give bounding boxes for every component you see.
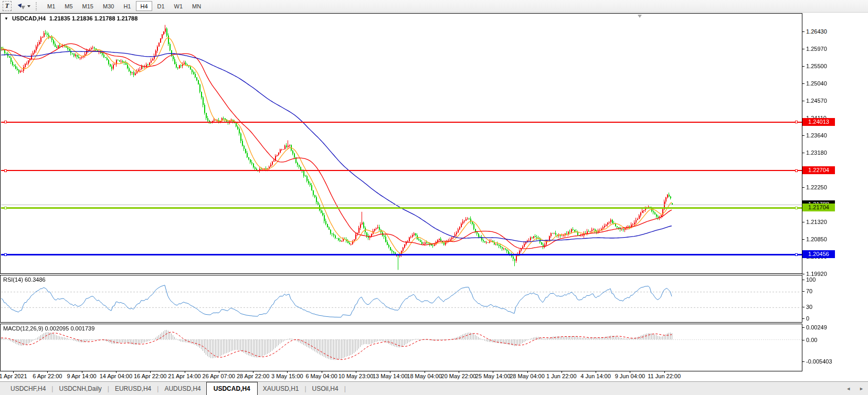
tab-xauusd-h1[interactable]: XAUUSD,H1 <box>258 382 304 395</box>
time-axis-label: 28 Apr 22:00 <box>237 373 269 379</box>
time-axis-tick <box>527 371 528 373</box>
price-chart-pane[interactable]: ▼ USDCAD,H4 1.21835 1.21836 1.21788 1.21… <box>0 13 802 274</box>
timeframe-button-m1[interactable]: M1 <box>43 1 59 11</box>
rsi-axis-label: 100 <box>806 276 816 283</box>
macd-canvas[interactable] <box>1 325 802 371</box>
time-axis-tick <box>322 371 322 373</box>
tab-eurusd-h4[interactable]: EURUSD,H4 <box>110 382 156 395</box>
timeframe-button-d1[interactable]: D1 <box>153 1 169 11</box>
price-chart-canvas[interactable] <box>1 14 802 274</box>
rsi-canvas[interactable] <box>1 276 802 323</box>
rsi-axis-tick <box>802 291 805 292</box>
rsi-axis-tick <box>802 318 805 319</box>
text-tool-button[interactable]: T <box>3 1 12 11</box>
macd-indicator-pane[interactable]: MACD(12,26,9) 0.002095 0.001739 <box>0 324 802 371</box>
chart-shift-marker[interactable] <box>638 15 642 18</box>
time-axis-tick <box>356 371 356 373</box>
arrows-tool-button[interactable] <box>16 1 31 11</box>
time-axis-label: 20 May 22:00 <box>441 373 477 379</box>
price-tag-1-22704: 1.22704 <box>802 166 835 174</box>
tab-usoil-h4[interactable]: USOil,H4 <box>307 382 344 395</box>
line-anchor-handle[interactable] <box>4 169 7 172</box>
price-axis-label: 1.21320 <box>806 219 827 225</box>
rsi-axis-tick <box>802 280 805 280</box>
macd-axis-label: 0.00 <box>806 337 817 343</box>
price-axis-label: 1.25040 <box>806 80 827 87</box>
line-anchor-handle[interactable] <box>795 121 798 123</box>
chart-title: ▼ USDCAD,H4 1.21835 1.21836 1.21788 1.21… <box>4 15 137 22</box>
time-axis-label: 25 May 14:00 <box>475 373 511 379</box>
time-axis-label: 6 Apr 22:00 <box>33 373 62 379</box>
price-axis-tick <box>802 83 805 84</box>
price-axis-tick <box>802 66 805 67</box>
timeframe-button-m30[interactable]: M30 <box>99 1 118 11</box>
timeframe-button-h1[interactable]: H1 <box>119 1 135 11</box>
rsi-indicator-pane[interactable]: RSI(14) 60.3486 <box>0 275 802 323</box>
time-axis-tick <box>459 371 459 373</box>
time-axis-label: 26 Apr 07:00 <box>203 373 235 379</box>
rsi-label: RSI(14) 60.3486 <box>3 276 46 283</box>
toolbar-grip <box>36 2 38 10</box>
timeframe-button-m5[interactable]: M5 <box>60 1 77 11</box>
time-axis-label: 21 Apr 14:00 <box>168 373 200 379</box>
time-axis-tick <box>425 371 425 373</box>
time-axis-tick <box>47 371 48 373</box>
line-anchor-handle[interactable] <box>795 253 798 256</box>
time-axis-label: 13 May 14:00 <box>373 373 408 379</box>
price-axis-tick <box>802 101 805 101</box>
tab-scroll-right-icon[interactable]: ► <box>859 386 864 391</box>
time-axis-tick <box>493 371 493 373</box>
time-axis-tick <box>82 371 82 373</box>
time-axis-label: 14 Apr 04:00 <box>100 373 132 379</box>
time-axis-tick <box>562 371 562 373</box>
line-anchor-handle[interactable] <box>795 207 798 209</box>
time-axis-label: 4 Jun 14:00 <box>580 373 611 379</box>
arrow-down-icon <box>21 6 25 9</box>
time-axis-tick <box>13 371 14 373</box>
price-axis-label: 1.26430 <box>806 28 827 35</box>
timeframe-button-mn[interactable]: MN <box>188 1 205 11</box>
line-anchor-handle[interactable] <box>4 253 7 256</box>
line-anchor-handle[interactable] <box>795 169 798 172</box>
horizontal-line-1-21704[interactable] <box>1 207 802 209</box>
time-axis-label: 28 May 04:00 <box>510 373 545 379</box>
mt4-chart-window: { "toolbar": { "text_tool_label": "T", "… <box>0 0 868 395</box>
price-axis-tick <box>802 239 805 240</box>
price-axis-tick <box>802 135 805 136</box>
time-axis-label: 16 Apr 22:00 <box>134 373 166 379</box>
tab-audusd-h4[interactable]: AUDUSD,H4 <box>159 382 206 395</box>
timeframe-button-h4[interactable]: H4 <box>136 1 152 11</box>
price-axis-tick <box>802 153 805 153</box>
time-axis-label: 1 Apr 2021 <box>0 373 27 379</box>
timeframe-button-w1[interactable]: W1 <box>170 1 187 11</box>
price-axis-label: 1.23640 <box>806 132 827 138</box>
time-axis-tick <box>150 371 151 373</box>
macd-label: MACD(12,26,9) 0.002095 0.001739 <box>3 325 94 332</box>
tab-separator: | <box>344 385 346 392</box>
tab-usdcad-h4[interactable]: USDCAD,H4 <box>206 382 258 395</box>
line-anchor-handle[interactable] <box>4 207 7 209</box>
time-axis-tick <box>287 371 288 373</box>
line-anchor-handle[interactable] <box>4 121 7 123</box>
price-axis-label: 1.20850 <box>806 236 827 242</box>
macd-axis-label: 0.00249 <box>806 324 827 330</box>
price-axis-tick <box>802 31 805 32</box>
horizontal-line-1-24013[interactable] <box>1 122 802 123</box>
time-axis-label: 9 Jun 04:00 <box>615 373 645 379</box>
time-axis-label: 9 Apr 14:00 <box>67 373 96 379</box>
rsi-axis-label: 70 <box>806 288 812 294</box>
tab-scroll-left-icon[interactable]: ◄ <box>846 386 851 391</box>
tab-usdcnh-daily[interactable]: USDCNH,Daily <box>54 382 107 395</box>
collapse-triangle-icon[interactable]: ▼ <box>4 16 8 21</box>
timeframe-button-m15[interactable]: M15 <box>78 1 98 11</box>
tab-scroll-controls: ◄ ► <box>846 382 864 395</box>
time-axis-label: 1 Jun 22:00 <box>546 373 577 379</box>
price-axis-label: 1.24570 <box>806 98 827 104</box>
macd-axis-tick <box>802 361 805 362</box>
time-axis-tick <box>116 371 117 373</box>
time-axis-tick <box>630 371 630 373</box>
tab-usdchf-h4[interactable]: USDCHF,H4 <box>5 382 51 395</box>
horizontal-line-1-20456[interactable] <box>1 254 802 255</box>
price-axis-label: 1.25970 <box>806 46 827 52</box>
horizontal-line-1-22704[interactable] <box>1 170 802 171</box>
